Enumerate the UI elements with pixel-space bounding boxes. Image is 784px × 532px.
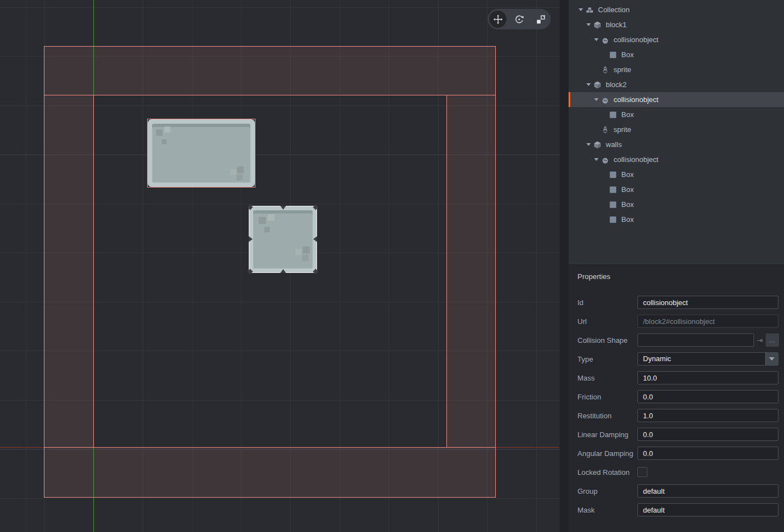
wall-box-left-outline[interactable] bbox=[44, 95, 94, 448]
id-field[interactable] bbox=[637, 296, 778, 309]
group-label: Group bbox=[577, 487, 637, 495]
tile-pixel-detail bbox=[303, 246, 310, 254]
outline-item-collisionobject-selected[interactable]: collisionobject bbox=[569, 92, 784, 107]
box-shape-icon bbox=[609, 110, 617, 119]
tile-pixel-detail bbox=[156, 129, 163, 136]
outline-item-block2[interactable]: block2 bbox=[569, 77, 784, 92]
expand-arrow-spacer bbox=[600, 215, 609, 224]
selection-handle-bottom-right[interactable] bbox=[313, 269, 319, 275]
tile-pixel-detail bbox=[259, 217, 266, 224]
outline-item-box[interactable]: Box bbox=[569, 167, 784, 182]
expand-arrow-spacer bbox=[600, 110, 609, 119]
locked-rotation-label: Locked Rotation bbox=[577, 468, 637, 477]
box-shape-icon bbox=[609, 185, 617, 194]
friction-label: Friction bbox=[577, 393, 637, 401]
expand-arrow-icon[interactable] bbox=[584, 80, 593, 89]
outline-item-walls[interactable]: walls bbox=[569, 137, 784, 152]
locked-rotation-checkbox[interactable] bbox=[637, 467, 647, 477]
expand-arrow-icon[interactable] bbox=[592, 95, 601, 104]
property-row-group: Group bbox=[577, 484, 778, 498]
defold-editor-window: Collection block1 collisionobject Box sp bbox=[0, 0, 784, 532]
expand-arrow-spacer bbox=[592, 65, 601, 74]
scene-viewport[interactable] bbox=[0, 0, 560, 532]
tile-pixel-detail bbox=[264, 227, 270, 232]
mass-field[interactable] bbox=[637, 371, 778, 384]
type-select[interactable]: Dynamic bbox=[637, 352, 778, 366]
tile-pixel-detail bbox=[302, 255, 309, 261]
outline-item-collisionobject[interactable]: collisionobject bbox=[569, 152, 784, 167]
browse-resource-button[interactable]: … bbox=[766, 333, 779, 347]
outline-item-collisionobject[interactable]: collisionobject bbox=[569, 32, 784, 47]
selection-handle-right[interactable] bbox=[313, 236, 317, 242]
outline-item-block1[interactable]: block1 bbox=[569, 17, 784, 32]
block1-tile-inner bbox=[152, 124, 250, 183]
expand-arrow-spacer bbox=[600, 185, 609, 194]
outline-item-collection[interactable]: Collection bbox=[569, 2, 784, 17]
outline-item-box[interactable]: Box bbox=[569, 197, 784, 212]
expand-arrow-icon[interactable] bbox=[592, 155, 601, 164]
properties-title: Properties bbox=[569, 265, 784, 281]
selection-handle-bottom[interactable] bbox=[280, 269, 286, 273]
wall-box-top-outline[interactable] bbox=[44, 46, 496, 95]
outline-panel: Collection block1 collisionobject Box sp bbox=[569, 0, 784, 265]
box-shape-icon bbox=[609, 215, 617, 224]
right-pane: Collection block1 collisionobject Box sp bbox=[569, 0, 784, 532]
expand-arrow-spacer bbox=[600, 50, 609, 59]
block1-tile bbox=[148, 119, 255, 187]
wall-box-bottom-outline[interactable] bbox=[44, 447, 496, 498]
friction-field[interactable] bbox=[637, 390, 778, 403]
game-object-icon bbox=[593, 140, 602, 149]
manipulator-toolbar bbox=[488, 9, 551, 29]
expand-arrow-icon[interactable] bbox=[576, 6, 585, 14]
selection-handle-top[interactable] bbox=[280, 206, 286, 210]
angular-damping-label: Angular Damping bbox=[577, 449, 637, 458]
chevron-down-icon[interactable] bbox=[765, 353, 778, 365]
property-row-locked-rotation: Locked Rotation bbox=[577, 465, 778, 479]
selection-handle-left[interactable] bbox=[249, 236, 253, 242]
outline-item-box[interactable]: Box bbox=[569, 47, 784, 62]
property-row-mask: Mask bbox=[577, 503, 778, 516]
outline-item-box[interactable]: Box bbox=[569, 107, 784, 122]
expand-arrow-icon[interactable] bbox=[584, 140, 593, 149]
linear-damping-field[interactable] bbox=[637, 428, 778, 441]
property-row-angular-damping: Angular Damping bbox=[577, 447, 778, 460]
scale-tool-button[interactable] bbox=[532, 11, 549, 28]
angular-damping-field[interactable] bbox=[637, 447, 778, 460]
rotate-tool-button[interactable] bbox=[511, 11, 528, 28]
collision-object-icon bbox=[601, 36, 610, 44]
property-row-id: Id bbox=[577, 296, 778, 309]
game-object-icon bbox=[593, 80, 602, 89]
tile-pixel-detail bbox=[162, 139, 167, 144]
expand-arrow-icon[interactable] bbox=[592, 36, 601, 44]
collision-shape-field[interactable] bbox=[637, 333, 754, 347]
group-field[interactable] bbox=[637, 484, 778, 498]
outline-item-box[interactable]: Box bbox=[569, 182, 784, 197]
property-row-friction: Friction bbox=[577, 390, 778, 403]
type-label: Type bbox=[577, 355, 637, 363]
tile-pixel-detail bbox=[237, 174, 243, 180]
collection-icon bbox=[585, 6, 594, 14]
mask-field[interactable] bbox=[637, 503, 778, 516]
box-shape-icon bbox=[609, 50, 617, 59]
property-row-url: Url bbox=[577, 315, 778, 328]
property-row-collision-shape: Collision Shape ⇥ … bbox=[577, 333, 778, 347]
box-shape-icon bbox=[609, 170, 617, 179]
panel-splitter[interactable] bbox=[560, 0, 569, 532]
block1-sprite[interactable] bbox=[147, 119, 255, 188]
block2-sprite-selected[interactable] bbox=[249, 206, 317, 273]
tile-pixel-detail bbox=[295, 249, 301, 255]
restitution-field[interactable] bbox=[637, 409, 778, 422]
wall-box-right-outline[interactable] bbox=[446, 95, 496, 448]
outline-item-sprite[interactable]: sprite bbox=[569, 62, 784, 77]
tile-pixel-detail bbox=[237, 166, 244, 173]
expand-arrow-icon[interactable] bbox=[584, 21, 593, 29]
type-select-value: Dynamic bbox=[638, 353, 765, 365]
property-row-mass: Mass bbox=[577, 371, 778, 384]
tile-pixel-detail bbox=[230, 169, 236, 175]
expand-arrow-spacer bbox=[600, 170, 609, 179]
outline-item-box[interactable]: Box bbox=[569, 212, 784, 227]
outline-item-sprite[interactable]: sprite bbox=[569, 122, 784, 137]
move-tool-button[interactable] bbox=[489, 11, 506, 28]
open-resource-icon[interactable]: ⇥ bbox=[754, 336, 766, 344]
properties-panel: Properties Id Url Collision Shape ⇥ … Ty… bbox=[569, 265, 784, 532]
